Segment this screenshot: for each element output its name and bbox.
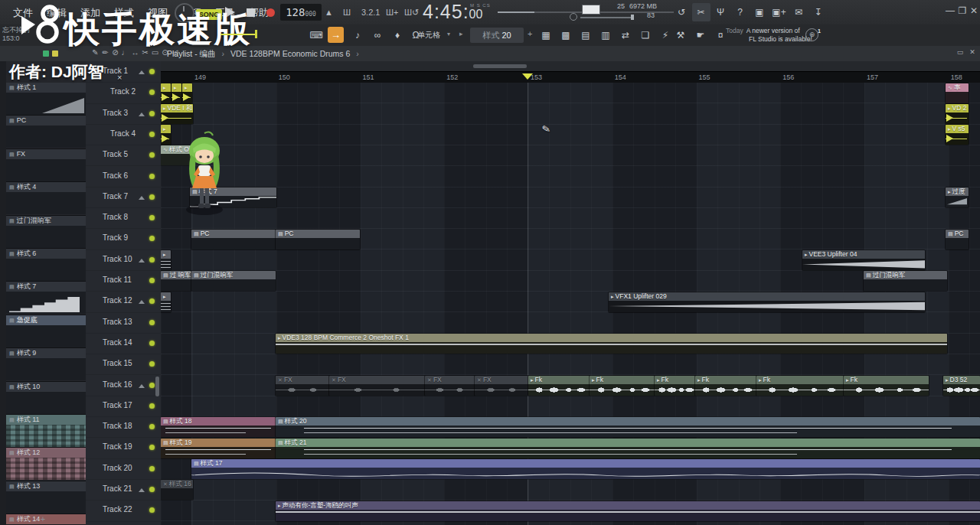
cut-icon[interactable]: ✂ [692,3,710,21]
chat-icon[interactable]: ✉ [789,3,808,21]
mute-led[interactable] [149,90,155,95]
wait-icon[interactable]: Ш [343,6,351,18]
mic-icon[interactable]: Ψ [711,3,730,21]
picker-item[interactable]: ▤样式 9 [6,348,86,381]
clip-Fk[interactable]: ▸Fk [590,376,655,396]
collapse-arrow-icon[interactable] [139,112,145,116]
mute-led[interactable] [149,320,155,325]
track-row[interactable]: Track 15 [86,354,161,375]
playlist-icon[interactable]: ▤ [577,28,594,42]
clip-audio[interactable]: ▸ [172,83,181,103]
monitor-slider-knob[interactable] [631,15,634,20]
clip-audio[interactable]: ▸ [161,83,171,103]
clip-Fk[interactable]: ▸Fk [844,376,929,396]
maximize-button[interactable]: ❐ [957,5,968,16]
slide-icon[interactable]: ♪ [349,28,366,42]
browser-icon[interactable]: ❏ [637,28,654,42]
mute-led[interactable] [149,403,155,409]
typing-keyboard-icon[interactable]: ⌨ [308,28,325,42]
mute-tool-icon[interactable]: ♩ [120,48,130,57]
clip-audio[interactable]: ▸ [161,250,171,270]
routing-icon[interactable]: ⇄ [617,28,634,42]
add-pattern-picker-button[interactable]: + [0,514,86,523]
paint-tool-icon[interactable]: ✏ [100,48,110,57]
clip-audio[interactable]: ▸ [161,125,171,145]
mute-led[interactable] [149,236,155,241]
pattern-selector[interactable]: 样式 20 [470,28,524,43]
pattern-color-chip[interactable] [43,51,49,57]
slip-tool-icon[interactable]: ↔ [130,48,140,57]
undo-icon[interactable]: ↺ [672,3,691,21]
clip-Fk[interactable]: ▸Fk [695,376,756,396]
track-row[interactable]: Track 4 [86,124,161,145]
track-row[interactable]: Track 16 [86,375,161,396]
clip-样式 21[interactable]: ▤样式 21 [276,439,980,458]
touch-icon[interactable]: ☛ [692,28,709,42]
collapse-arrow-icon[interactable] [139,300,145,304]
collapse-arrow-icon[interactable] [139,384,145,388]
picker-item[interactable]: ▤样式 12 [6,448,86,481]
track-row[interactable]: Track 2 [86,82,161,103]
clip-过门混响军[interactable]: ▤过门混响军 [864,271,947,291]
clip-VEE3 Uplifter 04[interactable]: ▸VEE3 Uplifter 04 [802,250,925,270]
plugin-icon[interactable]: ⚡ [657,28,674,42]
playlist-close-icon[interactable]: ✕ [967,48,978,56]
loop-record-icon[interactable]: Ш+ [386,6,399,18]
clip-D3 52[interactable]: ▸D3 52 [943,376,980,396]
clip-VDE3 128 BPM Commerce 2 Oneshot FX 1[interactable]: ▸VDE3 128 BPM Commerce 2 Oneshot FX 1 [276,334,947,354]
picker-item[interactable]: ▤过门混响军 [6,216,86,249]
metronome-icon[interactable]: ▲ [325,6,333,18]
mute-led[interactable] [149,69,155,74]
mute-led[interactable] [149,424,155,429]
track-row[interactable]: Track 18 [86,416,161,438]
track-row[interactable]: Track 21 [86,479,161,501]
mute-led[interactable] [149,194,155,200]
clip-FX[interactable]: ✕FX [276,376,329,396]
clip-audio[interactable]: ▸ [161,292,171,312]
mute-led[interactable] [149,298,155,304]
tempo-display[interactable]: 128000 [280,4,322,21]
track-row[interactable]: Track 17 [86,396,161,417]
clip-率[interactable]: ∿率 [946,83,969,103]
track-row[interactable]: Track 11 [86,270,161,292]
mute-led[interactable] [149,383,155,388]
shop-icon[interactable]: ¤ [712,28,729,42]
picker-item[interactable]: ▤样式 13 [6,481,86,514]
clip-PC[interactable]: ▤PC [191,230,276,249]
close-button[interactable]: ✕ [969,5,979,16]
mixer-icon[interactable]: ▥ [597,28,614,42]
picker-item[interactable]: ▤样式 11 [6,415,86,448]
minimize-button[interactable]: — [945,5,956,16]
track-row[interactable]: Track 1 [86,61,161,83]
clip-VDE I 和[interactable]: ▸VDE I 和 [161,104,193,124]
clip-Fk[interactable]: ▸Fk [528,376,590,396]
track-row[interactable]: Track 6 [86,166,161,188]
picker-item[interactable]: ▤样式 1 [6,83,86,116]
mute-led[interactable] [149,132,155,137]
add-pattern-button[interactable]: + [528,29,532,38]
track-row[interactable]: Track 9 [86,228,161,249]
clip-样式 18[interactable]: ▤样式 18 [161,417,276,437]
delete-tool-icon[interactable]: ⊘ [110,48,120,57]
play-button[interactable] [225,7,235,18]
horizontal-scrollbar-thumb[interactable] [473,64,527,68]
main-volume-dial[interactable] [175,3,194,23]
clip-样式 20[interactable]: ▤样式 20 [276,417,980,437]
stop-button[interactable] [247,8,255,17]
clip-过度[interactable]: ▸过度 [946,188,969,207]
mute-led[interactable] [149,111,155,116]
clip-声动有你-言塑-海鸥的叫声[interactable]: ▸声动有你-言塑-海鸥的叫声 [276,501,980,521]
song-mode-badge[interactable]: SONG [196,9,222,20]
clip-Fk[interactable]: ▸Fk [655,376,695,396]
track-row[interactable]: Track 12 [86,291,161,312]
channel-rack-icon[interactable]: ▦ [537,28,554,42]
track-row[interactable]: Track 5 [86,145,161,166]
slice-tool-icon[interactable]: ✂ [140,48,150,57]
blend-icon[interactable]: Ш↺ [404,6,419,18]
clip-样式 16[interactable]: ✕样式 16 [161,480,193,500]
tools-icon[interactable]: ⚒ [672,28,689,42]
menu-item[interactable]: 视图 [141,1,175,25]
track-row[interactable]: Track 14 [86,333,161,354]
clip-FX[interactable]: ✕FX [425,376,475,396]
clip-FX[interactable]: ✕FX [475,376,528,396]
